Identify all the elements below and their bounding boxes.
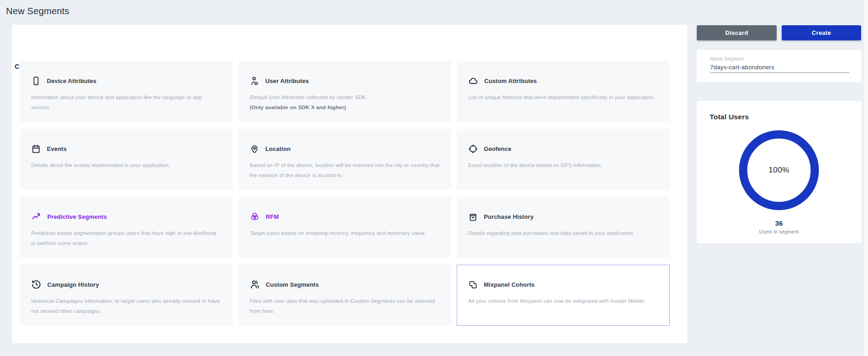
- card-title: RFM: [266, 213, 279, 220]
- card-title: Geofence: [484, 145, 511, 152]
- card-events[interactable]: Events Details about the events implemen…: [20, 129, 233, 190]
- card-description: Files with user data that was uploaded i…: [250, 296, 440, 317]
- card-description-text: Based on IP of the device, location will…: [250, 162, 439, 178]
- name-segment-input[interactable]: [710, 64, 849, 73]
- users-count-caption: Users in segment: [697, 229, 861, 234]
- card-description: Target users based on shopping recency, …: [250, 228, 440, 238]
- page-scrollbar[interactable]: [864, 0, 868, 356]
- card-description: Prediction based segmentation groups use…: [31, 228, 221, 249]
- card-header: Custom Segments: [250, 279, 440, 290]
- card-user-attributes[interactable]: User Attributes Default User Attributes …: [238, 61, 451, 122]
- card-title: Predictive Segments: [47, 213, 107, 220]
- category-grid: Device Attributes Information about your…: [20, 61, 670, 326]
- card-description: Based on IP of the device, location will…: [250, 160, 440, 181]
- name-segment-label: Name Segment: [710, 56, 849, 61]
- card-description-text: Target users based on shopping recency, …: [250, 230, 426, 236]
- card-header: Device Attributes: [31, 75, 221, 86]
- bag-icon: [468, 212, 478, 222]
- card-title: Device Attributes: [47, 78, 96, 84]
- category-panel: Choose a category before creating a new …: [12, 25, 687, 343]
- crosshair-icon: [468, 144, 478, 154]
- users-count: 36: [697, 219, 861, 227]
- card-description-text: Details about the events implemented in …: [31, 162, 170, 168]
- card-description: Information about your device and applic…: [31, 92, 221, 113]
- card-title: Mixpanel Cohorts: [484, 281, 535, 288]
- total-users-donut-chart: 100%: [739, 130, 819, 210]
- card-description-text: Files with user data that was uploaded i…: [250, 298, 435, 314]
- card-custom-segments[interactable]: Custom Segments Files with user data tha…: [238, 265, 451, 326]
- card-title: Custom Attributes: [484, 78, 537, 84]
- card-title: Events: [47, 145, 67, 152]
- card-title: Location: [265, 145, 291, 152]
- card-header: User Attributes: [250, 75, 440, 86]
- calendar-icon: [31, 144, 41, 154]
- card-header: Predictive Segments: [31, 211, 221, 222]
- card-description: Default User Attributes collected by Ins…: [250, 92, 440, 113]
- card-description-text: Default User Attributes collected by Ins…: [250, 95, 368, 100]
- card-rfm[interactable]: RFM Target users based on shopping recen…: [238, 197, 451, 258]
- card-title: Campaign History: [47, 281, 99, 288]
- card-description: Exact location of the device based on GP…: [468, 160, 658, 170]
- device-icon: [31, 76, 41, 86]
- card-header: Mixpanel Cohorts: [468, 279, 658, 290]
- history-icon: [31, 279, 41, 289]
- card-description-text: Historical Campaigns information, to tar…: [31, 298, 220, 314]
- total-users-title: Total Users: [710, 113, 749, 121]
- card-description-text: Information about your device and applic…: [31, 95, 202, 110]
- card-title: Custom Segments: [266, 281, 319, 288]
- card-header: RFM: [250, 211, 440, 222]
- card-location[interactable]: Location Based on IP of the device, loca…: [238, 129, 451, 190]
- users-icon: [250, 279, 260, 289]
- card-mixpanel-cohorts[interactable]: Mixpanel Cohorts All your cohorts from M…: [457, 265, 670, 326]
- card-device-attributes[interactable]: Device Attributes Information about your…: [20, 61, 233, 122]
- card-description: Details regarding past purchases and dat…: [468, 228, 658, 238]
- venn-icon: [250, 211, 260, 222]
- card-description-text: Exact location of the device based on GP…: [468, 162, 602, 168]
- discard-button[interactable]: Discard: [697, 25, 777, 40]
- card-header: Events: [31, 143, 221, 154]
- map-pin-icon: [250, 144, 259, 154]
- create-button[interactable]: Create: [782, 25, 861, 40]
- card-description: List of unique features that were implem…: [468, 92, 658, 102]
- card-header: Campaign History: [31, 279, 221, 290]
- card-description-text: Prediction based segmentation groups use…: [31, 230, 216, 246]
- card-description-bold: (Only available on SDK X and higher): [250, 105, 346, 110]
- card-header: Custom Attributes: [468, 75, 658, 86]
- user-icon: [250, 76, 259, 86]
- card-header: Purchase History: [468, 211, 658, 222]
- card-description: Historical Campaigns information, to tar…: [31, 296, 221, 317]
- card-purchase-history[interactable]: Purchase History Details regarding past …: [457, 197, 670, 258]
- donut-percent-label: 100%: [768, 166, 789, 175]
- card-geofence[interactable]: Geofence Exact location of the device ba…: [457, 129, 670, 190]
- page-title: New Segments: [6, 6, 69, 17]
- total-users-card: Total Users 100% 36 Users in segment: [697, 101, 861, 243]
- card-predictive-segments[interactable]: Predictive Segments Prediction based seg…: [20, 197, 233, 258]
- card-header: Location: [250, 143, 440, 154]
- card-title: User Attributes: [265, 78, 309, 84]
- card-description-text: All your cohorts from Mixpanel can now b…: [468, 298, 646, 304]
- name-segment-card: Name Segment: [697, 50, 861, 82]
- card-description-text: List of unique features that were implem…: [468, 95, 655, 100]
- cloud-icon: [468, 76, 478, 86]
- card-campaign-history[interactable]: Campaign History Historical Campaigns in…: [20, 265, 233, 326]
- card-description: All your cohorts from Mixpanel can now b…: [468, 296, 658, 306]
- card-description-text: Details regarding past purchases and dat…: [468, 230, 635, 236]
- trend-up-icon: [31, 211, 41, 222]
- card-description: Details about the events implemented in …: [31, 160, 221, 170]
- card-title: Purchase History: [484, 213, 534, 220]
- cohorts-icon: [468, 280, 478, 289]
- card-custom-attributes[interactable]: Custom Attributes List of unique feature…: [457, 61, 670, 122]
- card-header: Geofence: [468, 143, 658, 154]
